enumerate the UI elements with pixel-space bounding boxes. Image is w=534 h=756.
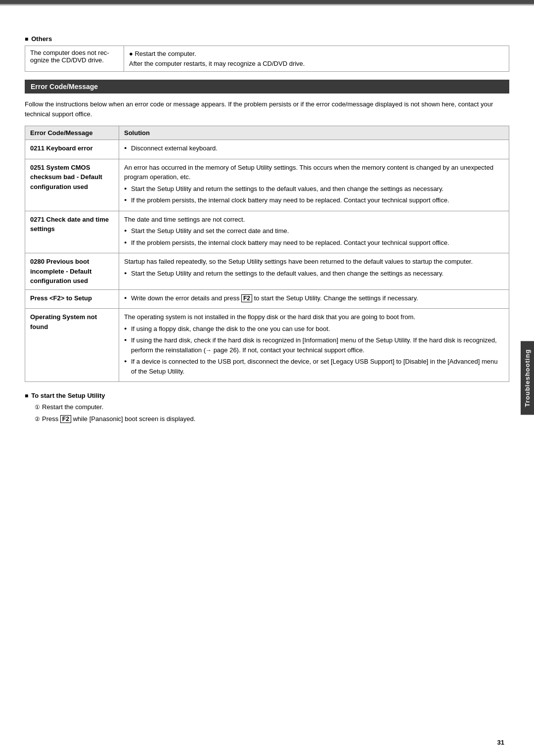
list-item: If the problem persists, the internal cl…	[124, 195, 504, 205]
table-row: Operating System not foundThe operating …	[25, 309, 509, 382]
table-row: Press <F2> to SetupWrite down the error …	[25, 289, 509, 309]
setup-step-1: ①Restart the computer.	[35, 402, 509, 412]
table-row: 0271 Check date and time settingsThe dat…	[25, 211, 509, 253]
list-item: Write down the error details and press F…	[124, 293, 504, 303]
list-item: Start the Setup Utility and return the s…	[124, 269, 504, 279]
others-problem-cell: The computer does not rec-ognize the CD/…	[25, 46, 124, 72]
top-stripe-light	[0, 4, 534, 5]
setup-section: To start the Setup Utility ①Restart the …	[25, 392, 509, 424]
list-item: If a device is connected to the USB port…	[124, 357, 504, 376]
error-solution-cell: Startup has failed repeatedly, so the Se…	[119, 253, 509, 290]
table-row: 0251 System CMOS checksum bad - Default …	[25, 159, 509, 211]
list-item: Disconnect external keyboard.	[124, 143, 504, 153]
setup-step-2: ②Press F2 while [Panasonic] boot screen …	[35, 414, 509, 424]
error-code-cell: 0280 Previous boot incomplete - Default …	[25, 253, 119, 290]
error-solution-cell: Write down the error details and press F…	[119, 289, 509, 309]
error-solution-cell: Disconnect external keyboard.	[119, 140, 509, 159]
error-table-header-col2: Solution	[119, 126, 509, 140]
table-row: 0211 Keyboard errorDisconnect external k…	[25, 140, 509, 159]
list-item: If the problem persists, the internal cl…	[124, 238, 504, 248]
sidebar-troubleshooting-tab: Troubleshooting	[521, 341, 534, 415]
error-solution-cell: An error has occurred in the memory of S…	[119, 159, 509, 211]
page-number: 31	[497, 739, 504, 746]
error-solution-cell: The date and time settings are not corre…	[119, 211, 509, 253]
table-row: 0280 Previous boot incomplete - Default …	[25, 253, 509, 290]
top-stripe-dark	[0, 0, 534, 4]
error-solution-cell: The operating system is not installed in…	[119, 309, 509, 382]
error-code-cell: 0251 System CMOS checksum bad - Default …	[25, 159, 119, 211]
error-code-cell: Press <F2> to Setup	[25, 289, 119, 309]
error-section-title: Error Code/Message	[25, 80, 509, 94]
others-solution-cell: ● Restart the computer. After the comput…	[124, 46, 509, 72]
error-code-cell: 0211 Keyboard error	[25, 140, 119, 159]
others-section-header: Others	[25, 35, 509, 43]
list-item: If using the hard disk, check if the har…	[124, 335, 504, 355]
setup-steps: ①Restart the computer. ②Press F2 while […	[25, 402, 509, 424]
error-intro-text: Follow the instructions below when an er…	[25, 99, 509, 119]
list-item: If using a floppy disk, change the disk …	[124, 324, 504, 334]
setup-section-header: To start the Setup Utility	[25, 392, 509, 399]
list-item: Start the Setup Utility and return the s…	[124, 184, 504, 194]
f2-key: F2	[60, 415, 71, 423]
error-code-cell: Operating System not found	[25, 309, 119, 382]
error-table-header-col1: Error Code/Message	[25, 126, 119, 140]
list-item: Start the Setup Utility and set the corr…	[124, 226, 504, 236]
error-table: Error Code/Message Solution 0211 Keyboar…	[25, 126, 509, 382]
others-table: The computer does not rec-ognize the CD/…	[25, 46, 509, 72]
error-code-cell: 0271 Check date and time settings	[25, 211, 119, 253]
